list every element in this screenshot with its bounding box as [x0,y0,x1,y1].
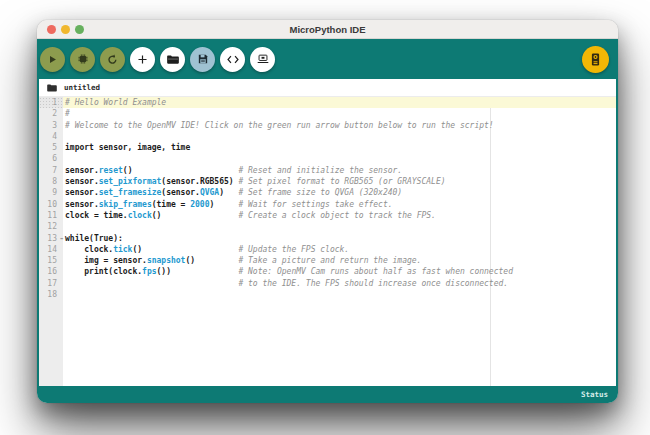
code-editor-button[interactable] [220,47,245,72]
code-comment: # Welcome to the OpenMV IDE! Click on th… [65,121,494,130]
code-area[interactable]: # Hello World Example## Welcome to the O… [63,97,616,386]
folder-icon [167,55,179,64]
code-text: skip_frames [99,200,152,209]
code-text: while(True): [65,234,123,243]
code-line[interactable]: # Hello World Example [63,97,616,108]
close-button[interactable] [47,25,56,34]
tab-untitled[interactable]: untitled [64,83,100,92]
code-line[interactable]: clock = time.clock() # Create a clock ob… [65,210,616,221]
line-number: 4 [39,131,63,142]
code-text: reset [99,166,123,175]
code-text: set_framesize [99,188,162,197]
line-number: 12 [39,221,63,232]
code-text: clock. [65,245,113,254]
line-number: 8 [39,176,63,187]
line-number: 1 [39,97,63,108]
line-number: 3 [39,120,63,131]
line-number: 13- [39,233,63,244]
content-frame: untitled 12345678910111213-1415161718 # … [37,79,618,386]
line-number: 2 [39,108,63,119]
code-comment: # Create a clock object to track the FPS… [238,211,435,220]
toolbar [37,39,618,79]
title-bar: MicroPython IDE [37,20,618,39]
zoom-button[interactable] [75,25,84,34]
status-bar: Status [37,386,618,403]
code-text: sensor. [65,177,99,186]
plus-icon [137,54,148,65]
line-number: 17 [39,278,63,289]
code-text: 2000 [190,200,209,209]
code-line[interactable]: # to the IDE. The FPS should increase on… [65,278,616,289]
line-number: 10 [39,199,63,210]
window-title: MicroPython IDE [37,24,618,35]
code-text: () [185,256,238,265]
code-line[interactable]: print(clock.fps()) # Note: OpenMV Cam ru… [65,266,616,277]
open-file-button[interactable] [160,47,185,72]
code-line[interactable]: img = sensor.snapshot() # Take a picture… [65,255,616,266]
code-line[interactable] [65,153,616,164]
stop-script-button[interactable] [70,47,95,72]
reset-camera-button[interactable] [100,47,125,72]
code-line[interactable]: sensor.set_framesize(sensor.QVGA) # Set … [65,187,616,198]
code-line[interactable] [65,131,616,142]
line-number: 16 [39,266,63,277]
code-text: QVGA [200,188,219,197]
code-text: img = sensor. [65,256,147,265]
editor: 12345678910111213-1415161718 # Hello Wor… [39,97,616,386]
code-comment: # Wait for settings take effect. [238,200,392,209]
play-icon [48,55,57,64]
gutter: 12345678910111213-1415161718 [39,97,63,386]
reset-arrow-icon [107,54,118,65]
code-line[interactable]: clock.tick() # Update the FPS clock. [65,244,616,255]
code-text: sensor. [65,200,99,209]
serial-terminal-button[interactable] [250,47,275,72]
code-text: set_pixformat [99,177,162,186]
code-line[interactable]: import sensor, image, time [65,142,616,153]
code-text: () [123,166,239,175]
tab-bar: untitled [39,79,616,97]
code-text: snapshot [147,256,186,265]
code-line[interactable]: sensor.reset() # Reset and initialize th… [65,165,616,176]
code-text: () [152,211,239,220]
code-line[interactable]: sensor.skip_frames(time = 2000) # Wait f… [65,199,616,210]
code-line[interactable]: sensor.set_pixformat(sensor.RGB565) # Se… [65,176,616,187]
code-text: ) [210,200,239,209]
connect-camera-button[interactable] [582,46,609,73]
code-line[interactable]: while(True): [65,233,616,244]
code-text: sensor. [65,166,99,175]
code-text: sensor. [65,188,99,197]
save-file-button[interactable] [190,47,215,72]
code-text [65,279,238,288]
code-text: fps [142,267,156,276]
code-text: ) [219,188,238,197]
line-number: 9 [39,187,63,198]
line-number: 5 [39,142,63,153]
new-file-button[interactable] [130,47,155,72]
status-label: Status [581,390,608,399]
code-text: (time = [152,200,191,209]
code-text: clock [128,211,152,220]
code-text: import sensor, image, time [65,143,190,152]
code-comment: # Hello World Example [65,98,166,107]
code-comment: # Take a picture and return the image. [238,256,421,265]
code-comment: # Update the FPS clock. [238,245,349,254]
code-text: clock = time. [65,211,128,220]
fold-marker[interactable]: - [59,233,64,244]
minimize-button[interactable] [61,25,70,34]
run-script-button[interactable] [40,47,65,72]
openmv-cam-icon [591,53,600,66]
line-number: 18 [39,289,63,300]
code-line[interactable]: # [65,108,616,119]
code-comment: # Note: OpenMV Cam runs about half as fa… [238,267,513,276]
code-brackets-icon [227,55,239,64]
traffic-lights [47,20,84,38]
code-line[interactable] [65,221,616,232]
code-line[interactable]: # Welcome to the OpenMV IDE! Click on th… [65,120,616,131]
code-comment: # Reset and initialize the sensor. [238,166,402,175]
code-text: () [132,245,238,254]
line-number: 6 [39,153,63,164]
code-text: (sensor.RGB565) [161,177,238,186]
code-text: tick [113,245,132,254]
line-number: 14 [39,244,63,255]
code-line[interactable] [65,289,616,300]
